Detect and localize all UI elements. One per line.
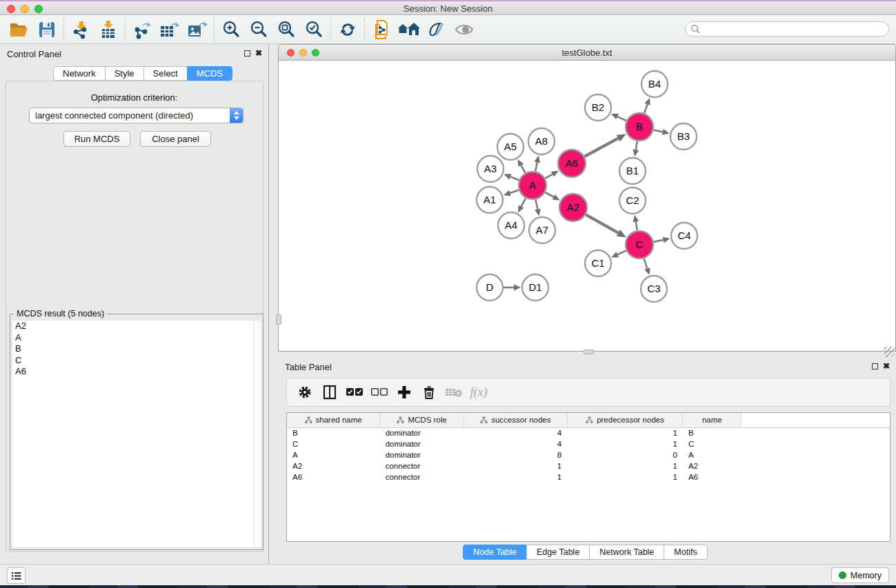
graph-node-A7[interactable]: A7 — [529, 217, 555, 243]
graph-node-A3[interactable]: A3 — [477, 156, 504, 182]
delete-table-icon[interactable] — [443, 381, 465, 403]
save-session-icon[interactable] — [33, 17, 61, 42]
deselect-all-checks-icon[interactable] — [368, 381, 390, 403]
table-cell[interactable]: dominator — [380, 438, 464, 449]
column-header-predecessor-nodes[interactable]: predecessor nodes — [567, 413, 683, 427]
graph-node-A8[interactable]: A8 — [528, 128, 555, 154]
table-cell[interactable]: 1 — [464, 472, 568, 483]
table-row[interactable]: A2connector11A2 — [287, 460, 890, 472]
graph-node-C2[interactable]: C2 — [619, 187, 646, 214]
delete-column-trash-icon[interactable] — [418, 381, 440, 403]
graph-edge-C-C2[interactable] — [633, 215, 639, 231]
add-column-icon[interactable] — [393, 381, 415, 403]
graph-edge-D-D1[interactable] — [504, 285, 521, 291]
home-panels-icon[interactable] — [395, 17, 423, 42]
graph-node-A6[interactable]: A6 — [558, 150, 586, 177]
table-cell[interactable]: 1 — [567, 438, 683, 449]
network-resize-grip[interactable] — [884, 347, 895, 357]
graph-edge-C-C4[interactable] — [654, 237, 670, 243]
table-cell[interactable]: 1 — [464, 460, 568, 472]
table-cell[interactable]: 1 — [567, 472, 683, 483]
table-row[interactable]: Adominator80A — [287, 449, 890, 460]
graph-edge-A-A1[interactable] — [504, 190, 519, 196]
table-cell[interactable]: connector — [380, 472, 464, 483]
run-mcds-button[interactable]: Run MCDS — [63, 131, 130, 147]
table-cell[interactable]: 0 — [567, 449, 683, 460]
graph-node-C3[interactable]: C3 — [641, 276, 667, 302]
mcds-result-list[interactable]: A2ABCA6 — [12, 321, 253, 547]
criterion-dropdown[interactable]: largest connected component (directed) — [29, 108, 243, 123]
graphics-details-icon[interactable] — [423, 17, 450, 42]
table-cell[interactable]: 1 — [567, 460, 683, 472]
graph-edge-A-A2[interactable] — [545, 192, 559, 200]
network-vscrollbar-thumb[interactable] — [276, 314, 281, 325]
graph-node-B2[interactable]: B2 — [585, 94, 611, 121]
mcds-list-scrollbar[interactable] — [253, 321, 261, 547]
graph-node-A1[interactable]: A1 — [477, 187, 503, 213]
export-network-icon[interactable] — [128, 17, 156, 42]
close-panel-icon[interactable]: ✖ — [883, 361, 890, 371]
graph-edge-A-A3[interactable] — [504, 174, 519, 180]
mcds-result-item[interactable]: B — [12, 343, 253, 355]
close-panel-icon[interactable]: ✖ — [255, 48, 262, 58]
select-all-checks-icon[interactable] — [344, 381, 366, 403]
graph-edge-A-A7[interactable] — [535, 200, 541, 216]
column-header-MCDS-role[interactable]: MCDS role — [380, 413, 464, 427]
tab-motifs[interactable]: Motifs — [664, 545, 707, 560]
table-cell[interactable]: A2 — [287, 460, 380, 472]
graph-node-B[interactable]: B — [626, 113, 653, 141]
graph-node-B3[interactable]: B3 — [670, 123, 697, 150]
float-panel-icon[interactable] — [244, 50, 250, 57]
table-cell[interactable]: dominator — [380, 449, 464, 460]
network-hscrollbar-thumb[interactable] — [584, 349, 594, 354]
network-window-titlebar[interactable]: testGlobe.txt — [278, 44, 896, 61]
graph-node-D1[interactable]: D1 — [522, 274, 548, 301]
graph-node-A2[interactable]: A2 — [559, 194, 587, 221]
tab-edge-table[interactable]: Edge Table — [526, 545, 590, 560]
search-input[interactable] — [704, 24, 888, 34]
function-builder-icon[interactable]: f(x) — [468, 381, 490, 403]
graph-edge-A-A4[interactable] — [518, 199, 526, 213]
graph-node-A4[interactable]: A4 — [498, 212, 524, 239]
graph-edge-A-A6[interactable] — [545, 171, 559, 179]
network-canvas[interactable]: AA1A2A3A4A5A6A7A8BB1B2B3B4CC1C2C3C4DD1 — [278, 61, 896, 352]
graph-edge-C-C3[interactable] — [644, 258, 650, 275]
zoom-out-icon[interactable] — [245, 17, 272, 42]
tab-select[interactable]: Select — [143, 66, 188, 81]
tab-network[interactable]: Network — [53, 66, 106, 81]
table-cell[interactable]: 1 — [567, 427, 683, 438]
graph-node-B4[interactable]: B4 — [641, 71, 668, 97]
graph-node-C4[interactable]: C4 — [671, 223, 697, 249]
zoom-selected-icon[interactable] — [300, 17, 328, 42]
task-history-button[interactable] — [7, 567, 26, 584]
graph-edge-B-B4[interactable] — [644, 98, 650, 113]
graph-edge-A-A8[interactable] — [535, 156, 541, 172]
table-cell[interactable]: C — [683, 438, 741, 449]
graph-edge-B-B1[interactable] — [633, 141, 639, 157]
graph-edge-B-B2[interactable] — [611, 114, 626, 121]
table-cell[interactable]: C — [287, 438, 380, 449]
tab-mcds[interactable]: MCDS — [187, 66, 232, 81]
table-cell[interactable]: 8 — [464, 449, 568, 460]
table-cell[interactable]: A2 — [683, 460, 741, 472]
table-row[interactable]: A6connector11A6 — [287, 472, 890, 483]
memory-button[interactable]: Memory — [831, 567, 889, 583]
table-cell[interactable]: A — [683, 449, 741, 460]
table-row[interactable]: Bdominator41B — [287, 427, 890, 438]
open-session-icon[interactable] — [6, 17, 33, 42]
import-network-icon[interactable] — [67, 17, 94, 42]
table-cell[interactable]: 4 — [464, 438, 568, 449]
mcds-result-item[interactable]: A — [12, 332, 253, 344]
table-row[interactable]: Cdominator41C — [287, 438, 890, 449]
graph-node-A5[interactable]: A5 — [497, 134, 524, 160]
mcds-result-item[interactable]: C — [12, 355, 253, 367]
graph-node-D[interactable]: D — [477, 274, 503, 301]
split-columns-icon[interactable] — [319, 381, 341, 403]
settings-gear-icon[interactable] — [294, 381, 316, 403]
graph-edge-A2-C[interactable] — [586, 214, 626, 237]
graph-node-A[interactable]: A — [519, 172, 546, 199]
column-header-name[interactable]: name — [683, 413, 741, 427]
graph-node-C1[interactable]: C1 — [585, 250, 611, 276]
column-header-shared-name[interactable]: shared name — [287, 413, 380, 427]
table-cell[interactable]: dominator — [380, 427, 464, 438]
